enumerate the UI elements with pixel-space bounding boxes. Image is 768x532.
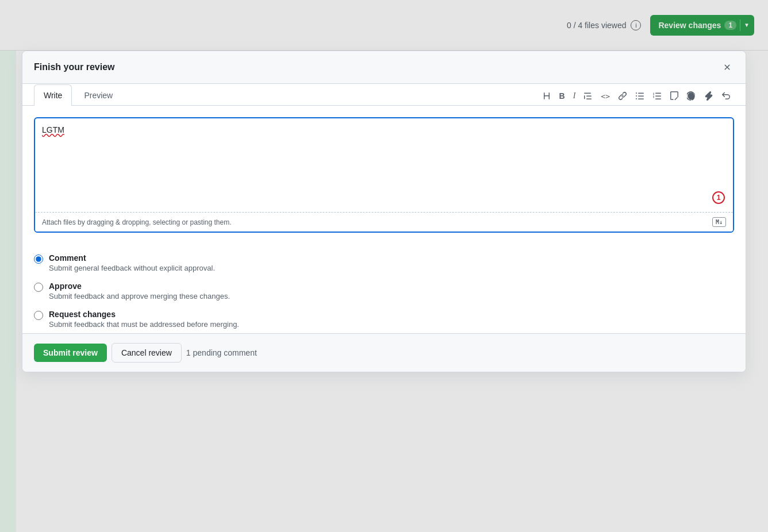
tab-preview[interactable]: Preview [74,84,122,106]
link-icon [618,91,627,101]
radio-approve-label: Approve Submit feedback and approve merg… [49,282,230,300]
radio-comment[interactable] [34,255,43,264]
finish-review-modal: Finish your review Write Preview [22,51,746,372]
toolbar-bold-button[interactable]: B [556,90,569,102]
markdown-indicator: M↓ [712,217,726,227]
cancel-review-button[interactable]: Cancel review [112,343,182,363]
toolbar-code-button[interactable]: <> [597,90,613,102]
pending-comment-count: 1 pending comment [186,348,257,357]
radio-approve-desc: Submit feedback and approve merging thes… [49,292,230,300]
heading-icon [542,91,551,101]
radio-comment-label: Comment Submit general feedback without … [49,253,215,272]
toolbar-quote-button[interactable] [580,89,596,103]
editor-toolbar: B I <> [539,89,734,105]
radio-approve[interactable] [34,283,43,292]
radio-request-changes-desc: Submit feedback that must be addressed b… [49,320,239,329]
radio-option-comment[interactable]: Comment Submit general feedback without … [34,253,734,272]
radio-request-changes[interactable] [34,311,43,320]
numbered-list-icon [652,91,662,101]
toolbar-numbered-list-button[interactable] [649,89,665,103]
radio-request-changes-label: Request changes Submit feedback that mus… [49,310,239,329]
italic-icon: I [573,92,576,100]
radio-request-changes-title: Request changes [49,310,239,319]
radio-option-approve[interactable]: Approve Submit feedback and approve merg… [34,282,734,300]
close-icon [723,63,732,72]
toolbar-task-list-button[interactable] [666,89,682,103]
submit-review-label: Submit review [43,348,98,357]
modal-title: Finish your review [34,62,114,72]
bold-icon: B [559,92,565,100]
toolbar-reference-button[interactable] [701,89,717,103]
bullet-list-icon [635,91,644,101]
undo-icon [721,91,731,101]
task-list-icon [670,91,679,101]
radio-option-request-changes[interactable]: Request changes Submit feedback that mus… [34,310,734,329]
toolbar-heading-button[interactable] [539,89,555,103]
modal-header: Finish your review [22,51,746,84]
code-icon: <> [601,92,610,100]
toolbar-link-button[interactable] [615,89,631,103]
toolbar-italic-button[interactable]: I [570,90,579,102]
tab-write[interactable]: Write [34,84,72,106]
review-comment-input[interactable]: <span class="spellcheck-underline">LGTM<… [35,118,733,210]
editor-body: <span class="spellcheck-underline">LGTM<… [22,106,746,244]
modal-close-button[interactable] [720,60,734,74]
quote-icon [583,91,593,101]
textarea-container: <span class="spellcheck-underline">LGTM<… [35,118,733,212]
toolbar-mention-button[interactable] [683,89,700,103]
radio-comment-desc: Submit general feedback without explicit… [49,264,215,272]
radio-comment-title: Comment [49,253,215,263]
cancel-review-label: Cancel review [121,348,172,357]
radio-approve-title: Approve [49,282,230,291]
editor-drop-zone[interactable]: Attach files by dragging & dropping, sel… [35,212,733,232]
toolbar-undo-button[interactable] [718,89,734,103]
toolbar-bullet-list-button[interactable] [632,89,648,103]
reference-icon [704,91,713,101]
review-options: Comment Submit general feedback without … [22,244,746,333]
editor-textarea-wrapper: <span class="spellcheck-underline">LGTM<… [34,117,734,233]
tabs-row: Write Preview B I [22,84,746,106]
mention-icon [687,91,696,101]
submit-review-button[interactable]: Submit review [34,344,107,362]
attach-files-text: Attach files by dragging & dropping, sel… [42,218,232,226]
modal-overlay: Finish your review Write Preview [0,0,768,532]
modal-footer: Submit review Cancel review 1 pending co… [22,333,746,372]
